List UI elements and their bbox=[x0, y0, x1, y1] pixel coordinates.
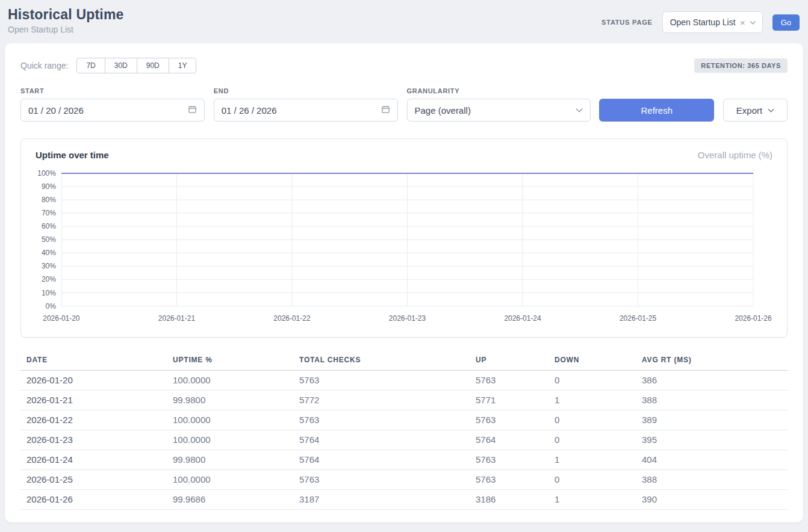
status-page-label: STATUS PAGE bbox=[601, 19, 653, 26]
granularity-select[interactable]: Page (overall) bbox=[407, 99, 591, 122]
table-row: 2026-01-22100.0000576357630389 bbox=[20, 410, 788, 430]
uptime-table: DATEUPTIME %TOTAL CHECKSUPDOWNAVG RT (MS… bbox=[20, 352, 788, 510]
table-row: 2026-01-2699.9686318731861390 bbox=[20, 489, 788, 509]
chevron-down-icon bbox=[576, 108, 583, 113]
cell-value: 5763 bbox=[293, 469, 470, 489]
table-row: 2026-01-20100.0000576357630386 bbox=[20, 370, 788, 390]
column-header: DATE bbox=[20, 352, 167, 371]
cell-value: 5764 bbox=[293, 430, 470, 450]
end-date-label: END bbox=[214, 87, 398, 94]
table-row: 2026-01-23100.0000576457640395 bbox=[20, 430, 788, 450]
uptime-chart-card: Uptime over time Overall uptime (%) 0%10… bbox=[20, 138, 788, 338]
column-header: DOWN bbox=[549, 352, 636, 371]
cell-date: 2026-01-25 bbox=[20, 469, 167, 489]
svg-text:30%: 30% bbox=[42, 262, 56, 270]
cell-value: 386 bbox=[636, 370, 788, 390]
cell-value: 1 bbox=[549, 489, 636, 509]
cell-date: 2026-01-20 bbox=[20, 370, 167, 390]
cell-value: 388 bbox=[636, 390, 788, 410]
cell-value: 0 bbox=[549, 469, 636, 489]
cell-value: 389 bbox=[636, 410, 788, 430]
cell-value: 100.0000 bbox=[167, 370, 293, 390]
cell-value: 99.9800 bbox=[167, 450, 293, 469]
go-button[interactable]: Go bbox=[772, 14, 800, 31]
title-block: Historical Uptime Open Startup List bbox=[8, 7, 124, 34]
chevron-down-icon bbox=[750, 20, 756, 25]
chevron-down-icon bbox=[768, 108, 774, 113]
cell-value: 1 bbox=[549, 390, 636, 410]
chart-title: Uptime over time bbox=[36, 150, 109, 160]
filter-form-row: START 01 / 20 / 2026 END 01 / 26 / 2026 … bbox=[20, 87, 788, 122]
cell-value: 99.9800 bbox=[167, 390, 293, 410]
topbar: Historical Uptime Open Startup List STAT… bbox=[0, 0, 808, 40]
end-date-field: END 01 / 26 / 2026 bbox=[214, 87, 398, 122]
granularity-value: Page (overall) bbox=[415, 105, 471, 116]
cell-value: 395 bbox=[636, 430, 788, 450]
cell-value: 0 bbox=[549, 430, 636, 450]
quick-range-90d-button[interactable]: 90D bbox=[137, 58, 169, 73]
start-date-field: START 01 / 20 / 2026 bbox=[20, 87, 205, 122]
cell-value: 0 bbox=[549, 370, 636, 390]
granularity-label: GRANULARITY bbox=[407, 87, 591, 94]
refresh-button[interactable]: Refresh bbox=[599, 99, 714, 122]
granularity-field: GRANULARITY Page (overall) bbox=[407, 87, 591, 122]
svg-text:2026-01-23: 2026-01-23 bbox=[389, 314, 426, 323]
svg-text:60%: 60% bbox=[42, 222, 56, 230]
chart-legend: Overall uptime (%) bbox=[698, 150, 772, 160]
column-header: UP bbox=[470, 352, 549, 371]
cell-value: 5763 bbox=[470, 450, 549, 469]
end-date-input[interactable]: 01 / 26 / 2026 bbox=[214, 99, 398, 122]
cell-value: 5764 bbox=[293, 450, 470, 469]
column-header: AVG RT (MS) bbox=[636, 352, 788, 371]
table-row: 2026-01-2499.9800576457631404 bbox=[20, 450, 788, 469]
cell-value: 5771 bbox=[470, 390, 549, 410]
svg-text:70%: 70% bbox=[42, 209, 56, 217]
cell-value: 5763 bbox=[470, 469, 549, 489]
cell-date: 2026-01-22 bbox=[20, 410, 167, 430]
calendar-icon[interactable] bbox=[381, 105, 390, 116]
cell-value: 100.0000 bbox=[167, 469, 293, 489]
cell-value: 5763 bbox=[470, 370, 549, 390]
cell-value: 5772 bbox=[293, 390, 470, 410]
export-button-label: Export bbox=[736, 105, 762, 116]
table-row: 2026-01-25100.0000576357630388 bbox=[20, 469, 788, 489]
calendar-icon[interactable] bbox=[188, 105, 197, 116]
svg-text:50%: 50% bbox=[42, 235, 56, 244]
cell-value: 5763 bbox=[470, 410, 549, 430]
clear-selection-icon[interactable]: × bbox=[740, 18, 745, 27]
svg-text:20%: 20% bbox=[42, 275, 56, 283]
svg-text:40%: 40% bbox=[42, 249, 56, 257]
page-subtitle: Open Startup List bbox=[8, 25, 124, 34]
quick-range-30d-button[interactable]: 30D bbox=[105, 58, 137, 73]
quick-range-1y-button[interactable]: 1Y bbox=[169, 58, 197, 73]
export-button[interactable]: Export bbox=[723, 99, 788, 122]
start-date-label: START bbox=[20, 87, 205, 94]
page-title: Historical Uptime bbox=[8, 7, 124, 23]
quick-range-7d-button[interactable]: 7D bbox=[76, 58, 105, 73]
cell-date: 2026-01-21 bbox=[20, 390, 167, 410]
cell-value: 100.0000 bbox=[167, 430, 293, 450]
column-header: UPTIME % bbox=[167, 352, 293, 371]
cell-value: 0 bbox=[549, 410, 636, 430]
svg-text:2026-01-25: 2026-01-25 bbox=[620, 314, 657, 323]
svg-text:2026-01-21: 2026-01-21 bbox=[158, 314, 196, 323]
status-page-select[interactable]: Open Startup List × bbox=[662, 11, 763, 33]
cell-value: 3186 bbox=[470, 489, 549, 509]
uptime-line-chart: 0%10%20%30%40%50%60%70%80%90%100%2026-01… bbox=[21, 166, 787, 335]
svg-text:80%: 80% bbox=[42, 196, 56, 204]
svg-text:10%: 10% bbox=[42, 289, 56, 297]
svg-text:0%: 0% bbox=[46, 302, 57, 311]
cell-date: 2026-01-23 bbox=[20, 430, 167, 450]
cell-value: 390 bbox=[636, 489, 788, 509]
cell-value: 99.9686 bbox=[167, 489, 293, 509]
table-body: 2026-01-20100.00005763576303862026-01-21… bbox=[20, 370, 788, 509]
table-row: 2026-01-2199.9800577257711388 bbox=[20, 390, 788, 410]
cell-value: 1 bbox=[549, 450, 636, 469]
start-date-input[interactable]: 01 / 20 / 2026 bbox=[20, 99, 205, 122]
cell-value: 100.0000 bbox=[167, 410, 293, 430]
chart-header: Uptime over time Overall uptime (%) bbox=[21, 139, 787, 166]
cell-value: 5763 bbox=[293, 410, 470, 430]
main-card: Quick range: 7D30D90D1Y RETENTION: 365 D… bbox=[5, 43, 803, 522]
retention-badge: RETENTION: 365 DAYS bbox=[694, 58, 788, 73]
svg-text:100%: 100% bbox=[37, 169, 56, 178]
